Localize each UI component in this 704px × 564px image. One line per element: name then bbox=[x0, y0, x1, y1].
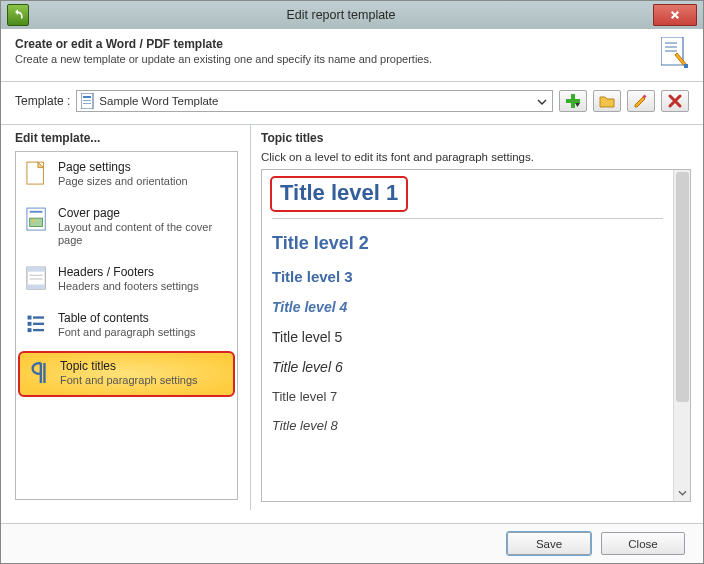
svg-rect-25 bbox=[33, 323, 44, 325]
template-sheet-icon bbox=[661, 37, 689, 69]
template-label: Template : bbox=[15, 94, 70, 108]
header-footer-icon bbox=[26, 266, 48, 292]
save-button[interactable]: Save bbox=[507, 532, 591, 555]
toc-icon bbox=[26, 314, 48, 336]
svg-rect-18 bbox=[27, 267, 45, 272]
title-level-7[interactable]: Title level 7 bbox=[272, 389, 663, 404]
pilcrow-icon bbox=[29, 361, 49, 385]
title-level-1[interactable]: Title level 1 bbox=[270, 176, 408, 212]
right-panel: Topic titles Click on a level to edit it… bbox=[251, 125, 703, 510]
title-level-6[interactable]: Title level 6 bbox=[272, 359, 663, 375]
right-panel-title: Topic titles bbox=[261, 131, 691, 145]
template-select[interactable]: Sample Word Template bbox=[76, 90, 553, 112]
svg-rect-27 bbox=[33, 329, 44, 331]
folder-icon bbox=[599, 93, 615, 109]
cover-page-icon bbox=[26, 207, 48, 233]
svg-rect-8 bbox=[83, 103, 91, 104]
right-panel-hint: Click on a level to edit its font and pa… bbox=[261, 151, 691, 163]
nav-item-cover-page[interactable]: Cover page Layout and content of the cov… bbox=[16, 198, 237, 257]
svg-rect-24 bbox=[28, 322, 32, 326]
nav-item-desc: Headers and footers settings bbox=[58, 280, 199, 293]
nav-item-topic-titles[interactable]: Topic titles Font and paragraph settings bbox=[18, 351, 235, 397]
nav-item-title: Topic titles bbox=[60, 359, 198, 373]
intro-subtext: Create a new template or update an exist… bbox=[15, 53, 653, 65]
scrollbar-thumb[interactable] bbox=[676, 172, 689, 402]
intro-heading: Create or edit a Word / PDF template bbox=[15, 37, 653, 51]
template-select-value: Sample Word Template bbox=[99, 95, 534, 107]
window-close-button[interactable] bbox=[653, 4, 697, 26]
title-level-3[interactable]: Title level 3 bbox=[272, 268, 663, 285]
nav-item-title: Page settings bbox=[58, 160, 188, 174]
delete-template-button[interactable] bbox=[661, 90, 689, 112]
template-section-list: Page settings Page sizes and orientation… bbox=[15, 151, 238, 500]
nav-item-title: Table of contents bbox=[58, 311, 196, 325]
scrollbar[interactable] bbox=[673, 170, 690, 501]
title-level-4[interactable]: Title level 4 bbox=[272, 299, 663, 315]
svg-rect-23 bbox=[33, 316, 44, 318]
window-title: Edit report template bbox=[29, 8, 653, 22]
close-button[interactable]: Close bbox=[601, 532, 685, 555]
nav-item-desc: Font and paragraph settings bbox=[58, 326, 196, 339]
template-row: Template : Sample Word Template bbox=[1, 82, 703, 125]
reload-icon bbox=[11, 8, 25, 22]
svg-point-15 bbox=[32, 220, 35, 223]
new-template-button[interactable] bbox=[559, 90, 587, 112]
svg-rect-19 bbox=[27, 285, 45, 290]
title-level-2[interactable]: Title level 2 bbox=[272, 233, 663, 254]
svg-rect-26 bbox=[28, 328, 32, 332]
delete-x-icon bbox=[667, 93, 683, 109]
page-icon bbox=[26, 161, 48, 187]
nav-item-title: Headers / Footers bbox=[58, 265, 199, 279]
close-icon bbox=[670, 10, 680, 20]
svg-rect-6 bbox=[83, 96, 91, 98]
pencil-icon bbox=[633, 93, 649, 109]
titlebar: Edit report template bbox=[1, 1, 703, 29]
intro-section: Create or edit a Word / PDF template Cre… bbox=[1, 29, 703, 82]
nav-item-page-settings[interactable]: Page settings Page sizes and orientation bbox=[16, 152, 237, 198]
title-level-5[interactable]: Title level 5 bbox=[272, 329, 663, 345]
footer: Save Close bbox=[1, 523, 703, 563]
title-level-8[interactable]: Title level 8 bbox=[272, 418, 663, 433]
svg-rect-14 bbox=[30, 218, 43, 226]
nav-item-title: Cover page bbox=[58, 206, 229, 220]
nav-item-headers-footers[interactable]: Headers / Footers Headers and footers se… bbox=[16, 257, 237, 303]
nav-item-desc: Page sizes and orientation bbox=[58, 175, 188, 188]
plus-icon bbox=[565, 93, 581, 109]
nav-item-desc: Layout and content of the cover page bbox=[58, 221, 229, 247]
left-panel: Edit template... Page settings Page size… bbox=[1, 125, 251, 510]
svg-rect-16 bbox=[30, 211, 43, 213]
svg-rect-4 bbox=[684, 64, 688, 68]
scroll-down-arrow[interactable] bbox=[674, 484, 691, 501]
open-template-button[interactable] bbox=[593, 90, 621, 112]
chevron-down-icon bbox=[534, 94, 550, 108]
word-doc-icon bbox=[81, 93, 95, 109]
svg-rect-22 bbox=[28, 316, 32, 320]
edit-template-button[interactable] bbox=[627, 90, 655, 112]
nav-item-desc: Font and paragraph settings bbox=[60, 374, 198, 387]
app-icon bbox=[7, 4, 29, 26]
svg-rect-10 bbox=[566, 99, 580, 103]
title-levels-list: Title level 1 Title level 2 Title level … bbox=[261, 169, 691, 502]
svg-rect-7 bbox=[83, 100, 91, 101]
left-panel-title: Edit template... bbox=[15, 131, 238, 145]
main-columns: Edit template... Page settings Page size… bbox=[1, 125, 703, 510]
nav-item-table-of-contents[interactable]: Table of contents Font and paragraph set… bbox=[16, 303, 237, 349]
